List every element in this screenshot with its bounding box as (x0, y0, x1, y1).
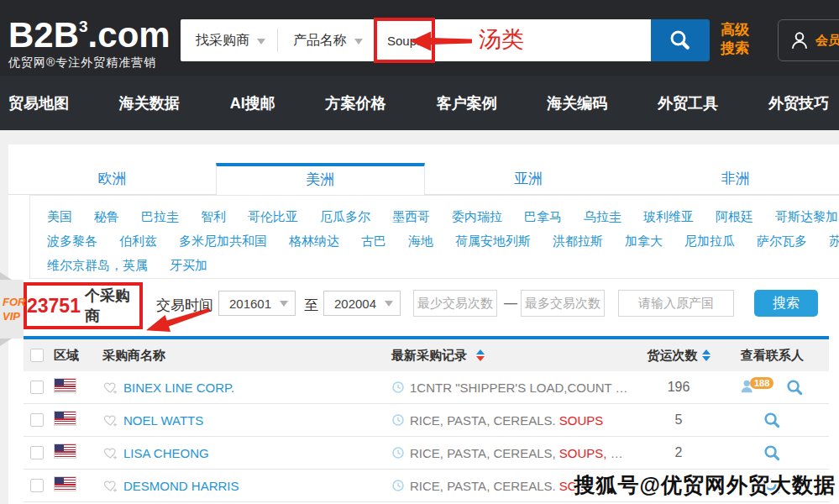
tab-america[interactable]: 美洲 (216, 163, 425, 195)
country-link[interactable]: 秘鲁 (94, 209, 119, 225)
country-link[interactable]: 美国 (47, 209, 72, 225)
content-card: 欧洲 美洲 亚洲 非洲 美国 秘鲁 巴拉圭 智利 哥伦比亚 厄瓜多尔 墨西哥 委… (8, 144, 839, 504)
country-link[interactable]: 萨尔瓦多 (757, 234, 807, 249)
chevron-down-icon (385, 301, 393, 311)
nav-item-trade-tools[interactable]: 外贸工具 (658, 93, 718, 113)
shipments-count: 2 (675, 445, 683, 459)
country-link[interactable]: 阿根廷 (716, 209, 753, 225)
row-checkbox[interactable] (30, 479, 44, 492)
nav-item-trade-map[interactable]: 贸易地图 (8, 93, 69, 113)
country-link[interactable]: 洪都拉斯 (553, 234, 603, 249)
logo-superscript: 3 (79, 18, 88, 35)
header-latest-record[interactable]: 最新采购记录 (391, 348, 642, 364)
search-field-dropdown[interactable]: 产品名称 (278, 19, 375, 61)
date-to-select[interactable]: 202004 (323, 291, 401, 316)
country-link[interactable]: 伯利兹 (119, 234, 157, 249)
country-link[interactable]: 厄瓜多尔 (320, 209, 370, 225)
country-link[interactable]: 格林纳达 (289, 234, 339, 249)
country-link[interactable]: 哥伦比亚 (248, 209, 298, 225)
country-link[interactable]: 古巴 (361, 234, 386, 249)
nav-item-cases[interactable]: 客户案例 (436, 93, 496, 113)
nav-item-customs-data[interactable]: 海关数据 (119, 93, 180, 113)
country-link[interactable]: 尼加拉瓜 (684, 234, 735, 249)
filter-search-button[interactable]: 搜索 (754, 290, 818, 317)
nav-item-hs-code[interactable]: 海关编码 (547, 93, 607, 113)
row-checkbox[interactable] (30, 413, 44, 427)
header-shipments[interactable]: 货运次数 (642, 348, 716, 364)
country-link[interactable]: 牙买加 (170, 258, 207, 274)
site-logo[interactable]: B2B3.com 优贸网®专注外贸精准营销 (8, 8, 170, 71)
search-button[interactable] (651, 19, 710, 61)
favorite-heart-icon[interactable] (102, 445, 118, 461)
buyer-name-link[interactable]: LISA CHEONG (123, 446, 209, 460)
table-row: BINEX LINE CORP. 1CNTR "SHIPPER'S LOAD,C… (24, 371, 829, 404)
country-link[interactable]: 墨西哥 (392, 209, 430, 225)
country-row-3: 维尔京群岛，英属 牙买加 (47, 254, 839, 278)
user-icon (789, 29, 810, 51)
country-link[interactable]: 维尔京群岛，英属 (47, 258, 148, 274)
buyer-name-link[interactable]: BINEX LINE CORP. (123, 381, 234, 395)
min-transactions-input[interactable]: 最少交易次数 (413, 290, 497, 317)
record-text: 1CNTR "SHIPPER'S LOAD,COUNT … (410, 381, 628, 395)
filter-bar: 23751 个采购商 交易时间 201601 至 202004 最少交易次数 —… (8, 279, 839, 336)
sort-up-icon (476, 349, 485, 354)
country-link[interactable]: 海地 (408, 234, 433, 249)
view-details-search-icon[interactable] (785, 378, 805, 397)
advanced-search-line2: 搜索 (721, 39, 749, 58)
favorite-heart-icon[interactable] (102, 380, 118, 396)
buyer-name-link[interactable]: DESMOND HARRIS (123, 479, 239, 493)
search-type-dropdown[interactable]: 找采购商 (181, 19, 277, 61)
logo-tagline: 优贸网®专注外贸精准营销 (8, 55, 170, 71)
view-details-search-icon[interactable] (763, 411, 782, 430)
search-type-label: 找采购商 (196, 32, 249, 50)
tab-africa[interactable]: 非洲 (632, 163, 839, 195)
advanced-search-link[interactable]: 高级 搜索 (721, 21, 749, 58)
country-link[interactable]: 波多黎各 (47, 234, 97, 249)
tab-asia[interactable]: 亚洲 (425, 163, 632, 195)
table-row: LISA CHEONG RICE, PASTA, CEREALS, SOUPS,… (24, 437, 829, 470)
record-text: RICE, PASTA, CEREALS. (410, 413, 559, 428)
nav-item-pricing[interactable]: 方案价格 (326, 93, 386, 113)
for-vip-ribbon[interactable]: FOR VIP (0, 280, 24, 339)
country-link[interactable]: 荷属安地列斯 (455, 234, 531, 249)
select-all-checkbox[interactable] (30, 349, 44, 362)
origin-country-input[interactable]: 请输入原产国 (618, 290, 734, 317)
country-link[interactable]: 加拿大 (625, 234, 663, 249)
country-link[interactable]: 委内瑞拉 (452, 209, 502, 225)
country-link[interactable]: 乌拉圭 (584, 209, 621, 225)
country-link[interactable]: 巴拿马 (524, 209, 562, 225)
header-buyer-name: 采购商名称 (102, 348, 391, 364)
country-filter-box: 美国 秘鲁 巴拉圭 智利 哥伦比亚 厄瓜多尔 墨西哥 委内瑞拉 巴拿马 乌拉圭 … (29, 195, 839, 279)
tab-europe[interactable]: 欧洲 (8, 163, 216, 195)
contacts-count-badge: 188 (750, 377, 773, 389)
country-link[interactable]: 多米尼加共和国 (179, 234, 267, 249)
country-link[interactable]: 苏里南 (829, 234, 839, 249)
to-label: 至 (304, 296, 318, 315)
contacts-icon[interactable]: 188 (740, 377, 777, 397)
header-view-contacts: 查看联系人 (716, 348, 829, 364)
member-button[interactable]: 会员 (778, 19, 839, 61)
row-checkbox[interactable] (30, 381, 44, 394)
date-from-select[interactable]: 201601 (218, 291, 296, 316)
sort-icons[interactable] (476, 349, 485, 361)
buyer-name-link[interactable]: NOEL WATTS (123, 413, 203, 428)
view-details-search-icon[interactable] (763, 444, 782, 463)
date-to-value: 202004 (334, 297, 376, 311)
favorite-heart-icon[interactable] (102, 412, 118, 428)
country-link[interactable]: 玻利维亚 (643, 209, 694, 225)
country-link[interactable]: 哥斯达黎加 (775, 209, 838, 225)
nav-item-ai-mail[interactable]: AI搜邮 (230, 93, 275, 113)
purchase-record: RICE, PASTA, CEREALS. SOUPS (410, 413, 603, 428)
max-transactions-input[interactable]: 最多交易次数 (521, 290, 605, 317)
favorite-heart-icon[interactable] (102, 478, 118, 494)
row-checkbox[interactable] (30, 446, 44, 459)
buyer-count-highlight: 23751 个采购商 (24, 282, 143, 329)
record-keyword: SOUPS, (559, 446, 607, 460)
country-link[interactable]: 巴拉圭 (141, 209, 179, 225)
header-latest-record-label: 最新采购记录 (391, 348, 467, 364)
nav-item-trade-tips[interactable]: 外贸技巧 (768, 93, 829, 113)
country-link[interactable]: 智利 (201, 209, 226, 225)
sort-icons[interactable] (702, 349, 711, 361)
record-keyword: SOUPS (559, 413, 604, 428)
search-annotation: 汤类 (479, 24, 524, 55)
